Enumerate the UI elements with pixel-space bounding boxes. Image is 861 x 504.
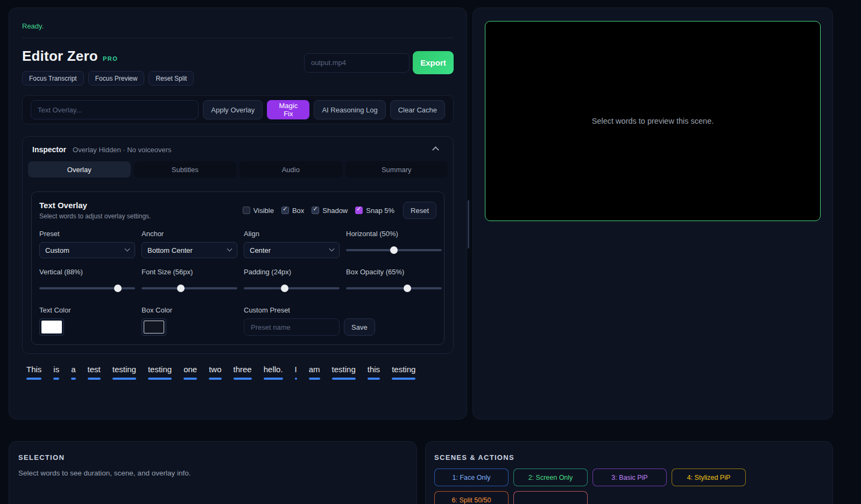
save-preset-button[interactable]: Save (344, 318, 375, 336)
word-token[interactable]: three (229, 365, 256, 380)
magic-fix-button[interactable]: Magic Fix (267, 100, 309, 119)
text-overlay-input[interactable] (31, 100, 199, 119)
anchor-field: Anchor Bottom Center (142, 230, 237, 258)
snap-checkbox-box[interactable] (355, 207, 363, 214)
box-checkbox-label: Box (292, 207, 304, 215)
snap-checkbox-label: Snap 5% (366, 207, 394, 215)
apply-overlay-button[interactable]: Apply Overlay (203, 100, 263, 119)
header-right: Export (304, 51, 454, 74)
word-token[interactable]: This (22, 365, 46, 380)
word-token[interactable]: testing (387, 365, 420, 380)
app-root: Ready. Editor Zero PRO Focus Transcript … (0, 0, 861, 504)
word-token[interactable]: a (67, 365, 80, 380)
tab-overlay[interactable]: Overlay (28, 161, 131, 178)
word-token[interactable]: hello. (259, 365, 287, 380)
word-underline (295, 378, 297, 380)
padding-field: Padding (24px) (244, 268, 340, 296)
inspector-panel: Inspector Overlay Hidden · No voiceovers… (22, 136, 454, 354)
overlay-toolbar: Apply Overlay Magic Fix AI Reasoning Log… (22, 95, 454, 124)
preview-panel: Select words to preview this scene. (472, 8, 833, 420)
text-color-picker[interactable] (39, 318, 64, 336)
focus-transcript-button[interactable]: Focus Transcript (22, 71, 84, 86)
scene-basic-pip-button[interactable]: 3: Basic PiP (592, 468, 667, 486)
export-button[interactable]: Export (413, 51, 454, 74)
split-resize-handle[interactable] (468, 200, 469, 249)
align-select-input[interactable]: Center (244, 242, 340, 258)
word-underline (392, 378, 415, 380)
ai-reasoning-log-button[interactable]: AI Reasoning Log (314, 100, 385, 119)
preset-select-input[interactable]: Custom (39, 242, 135, 258)
visible-checkbox-box[interactable] (243, 207, 250, 214)
header-buttons: Focus Transcript Focus Preview Reset Spl… (22, 71, 194, 86)
vertical-field: Vertical (88%) (39, 268, 135, 296)
scene-partial-button[interactable] (513, 491, 588, 504)
word-token[interactable]: testing (328, 365, 360, 380)
header-left: Editor Zero PRO Focus Transcript Focus P… (22, 48, 194, 86)
box-color-swatch (144, 321, 164, 333)
reset-button[interactable]: Reset (403, 202, 436, 219)
word-token[interactable]: is (49, 365, 63, 380)
horizontal-label: Horizontal (50%) (346, 230, 442, 238)
horizontal-slider[interactable] (346, 243, 442, 258)
text-color-swatch (41, 321, 62, 333)
anchor-select-input[interactable]: Bottom Center (142, 242, 237, 258)
padding-label: Padding (24px) (244, 268, 340, 276)
preset-label: Preset (39, 230, 135, 238)
video-preview[interactable]: Select words to preview this scene. (485, 21, 821, 221)
tab-summary[interactable]: Summary (345, 161, 448, 178)
box-checkbox[interactable]: Box (281, 207, 304, 215)
word-token[interactable]: testing (144, 365, 176, 380)
word-underline (184, 378, 197, 380)
word-token[interactable]: test (83, 365, 105, 380)
pro-badge: PRO (103, 55, 118, 62)
text-overlay-title: Text Overlay (39, 201, 151, 210)
text-overlay-subtitle: Select words to adjust overlay settings. (39, 212, 151, 220)
text-color-field: Text Color (39, 306, 135, 336)
anchor-select: Bottom Center (142, 242, 237, 258)
word-token[interactable]: one (179, 365, 201, 380)
shadow-checkbox[interactable]: Shadow (312, 207, 348, 215)
box-checkbox-box[interactable] (281, 207, 289, 214)
output-filename-input[interactable] (304, 53, 410, 73)
clear-cache-button[interactable]: Clear Cache (390, 100, 445, 119)
word-underline (112, 378, 136, 380)
word-token[interactable]: two (204, 365, 225, 380)
snap-checkbox[interactable]: Snap 5% (355, 207, 394, 215)
word-underline (71, 378, 75, 380)
focus-preview-button[interactable]: Focus Preview (88, 71, 145, 86)
shadow-checkbox-label: Shadow (322, 207, 348, 215)
header: Editor Zero PRO Focus Transcript Focus P… (22, 48, 454, 86)
shadow-checkbox-box[interactable] (312, 207, 319, 214)
text-color-label: Text Color (39, 306, 135, 314)
box-color-picker[interactable] (142, 318, 166, 336)
scene-split-5050-button[interactable]: 6: Split 50/50 (434, 491, 509, 504)
font-size-label: Font Size (56px) (142, 268, 237, 276)
tab-subtitles[interactable]: Subtitles (134, 161, 237, 178)
word-token[interactable]: am (305, 365, 324, 380)
word-token[interactable]: I (291, 365, 301, 380)
box-opacity-field: Box Opacity (65%) (346, 268, 442, 296)
preset-name-input[interactable] (244, 318, 340, 336)
divider (22, 38, 454, 38)
vertical-slider[interactable] (39, 281, 135, 296)
scene-screen-only-button[interactable]: 2: Screen Only (513, 468, 588, 486)
custom-preset-field: Custom Preset Save (244, 306, 442, 336)
reset-split-button[interactable]: Reset Split (149, 71, 194, 86)
font-size-slider[interactable] (142, 281, 237, 296)
box-color-label: Box Color (142, 306, 237, 314)
overlay-checkboxes: Visible Box Shadow Snap 5% (243, 202, 436, 219)
scene-face-only-button[interactable]: 1: Face Only (434, 468, 509, 486)
selection-subtitle: Select words to see duration, scene, and… (18, 469, 407, 477)
vertical-label: Vertical (88%) (39, 268, 135, 276)
anchor-label: Anchor (142, 230, 237, 238)
box-opacity-slider[interactable] (346, 281, 442, 296)
scene-stylized-pip-button[interactable]: 4: Stylized PiP (672, 468, 746, 486)
visible-checkbox[interactable]: Visible (243, 207, 274, 215)
word-token[interactable]: testing (108, 365, 140, 380)
word-token[interactable]: this (363, 365, 384, 380)
tab-audio[interactable]: Audio (239, 161, 342, 178)
chevron-up-icon[interactable] (432, 146, 439, 153)
text-overlay-titles: Text Overlay Select words to adjust over… (39, 201, 151, 220)
scene-buttons: 1: Face Only 2: Screen Only 3: Basic PiP… (434, 468, 824, 504)
padding-slider[interactable] (244, 281, 340, 296)
